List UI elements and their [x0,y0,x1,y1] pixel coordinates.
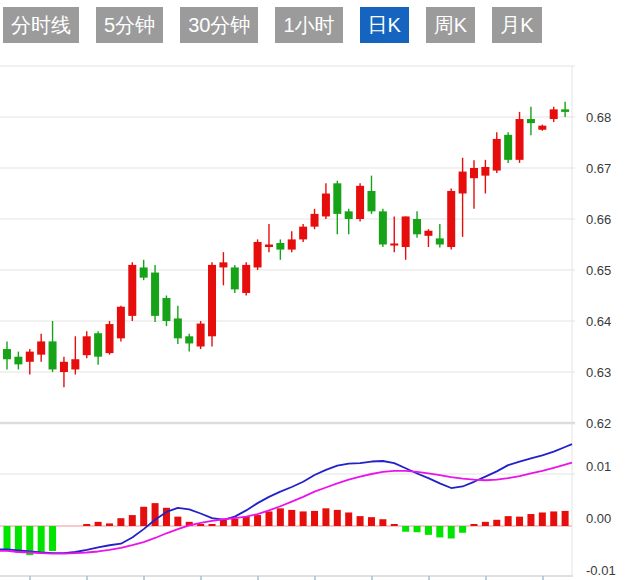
candle [311,214,319,227]
candle [265,245,273,248]
candle [299,227,307,240]
candle [356,186,364,219]
candle [516,119,524,160]
macd-gridlines [0,474,575,580]
candle [345,211,353,219]
candle [447,191,455,247]
candle [470,168,478,178]
candle [83,336,91,355]
candle [459,172,467,194]
candle [493,139,501,171]
candle [174,318,182,338]
candle [94,333,102,356]
candle [197,324,205,347]
candle [162,298,170,321]
macd-bar [550,511,557,526]
candle [481,167,489,176]
macd-bar [493,520,500,526]
macd-bar [254,515,261,526]
tab-daily-k[interactable]: 日K [360,7,409,43]
candle [288,239,296,249]
macd-bar [482,522,489,526]
candle [276,243,284,250]
price-gridlines [0,66,575,576]
macd-axis-labels: 0.010.00-0.01 [586,459,616,578]
macd-bar [49,526,56,551]
macd-bar [470,524,477,526]
candle [208,265,216,336]
price-axis-label: 0.63 [586,365,611,380]
macd-bar [231,519,238,526]
macd-bar [459,526,466,533]
candle [60,362,68,372]
macd-bar [4,526,11,551]
candle [37,341,45,354]
macd-bar [414,526,421,532]
candle [185,336,193,343]
candle [242,265,250,293]
macd-bar [38,526,45,553]
price-axis-label: 0.64 [586,314,611,329]
macd-histogram [4,503,569,555]
macd-bar [140,507,147,526]
candle [561,109,569,112]
candle [413,219,421,234]
macd-bar [402,526,409,532]
macd-bar [117,518,124,526]
macd-bar [448,526,455,538]
candle [379,211,387,244]
macd-bar [425,526,432,535]
macd-bar [95,522,102,526]
tab-weekly-k[interactable]: 周K [426,7,475,43]
macd-axis-label: 0.01 [586,459,611,474]
candle [322,194,330,217]
candle [151,273,159,316]
price-axis-label: 0.66 [586,212,611,227]
macd-bar [300,511,307,526]
candle [333,183,341,214]
macd-bar [15,526,22,553]
candle [219,262,227,267]
price-axis-label: 0.67 [586,161,611,176]
candle [26,352,34,362]
macd-bar [288,510,295,526]
kline-app: 分时线5分钟30分钟1小时日K周K月K 0.680.670.660.650.64… [0,0,625,580]
candle [254,242,262,268]
macd-bar [322,508,329,526]
macd-bar [562,511,569,526]
candle [71,359,79,369]
macd-bar [368,517,375,526]
tab-5min[interactable]: 5分钟 [96,7,163,43]
macd-bar [357,516,364,526]
macd-bar [436,526,443,537]
macd-bar [505,516,512,526]
tab-1hour[interactable]: 1小时 [275,7,342,43]
macd-bar [220,520,227,526]
macd-bar [129,515,136,526]
price-axis-label: 0.62 [586,416,611,431]
candles [3,102,569,388]
price-axis-label: 0.68 [586,110,611,125]
tab-30min[interactable]: 30分钟 [180,7,258,43]
macd-axis-label: 0.00 [586,511,611,526]
macd-bar [311,511,318,526]
candle [49,341,57,369]
macd-bar [345,512,352,526]
macd-bar [391,524,398,526]
macd-bar [527,514,534,526]
candle [140,267,148,277]
candle [538,126,546,130]
candle [424,231,432,236]
macd-bar [539,512,546,526]
candle [231,267,239,289]
tab-monthly-k[interactable]: 月K [492,7,541,43]
kline-macd-chart: 0.680.670.660.650.640.630.620.010.00-0.0… [0,0,625,580]
macd-bar [379,519,386,526]
macd-bar [265,511,272,526]
tab-minute-line[interactable]: 分时线 [3,7,79,43]
macd-bar [83,524,90,526]
candle [367,191,375,211]
macd-bar [243,517,250,526]
candle [436,238,444,244]
macd-bar [334,510,341,526]
